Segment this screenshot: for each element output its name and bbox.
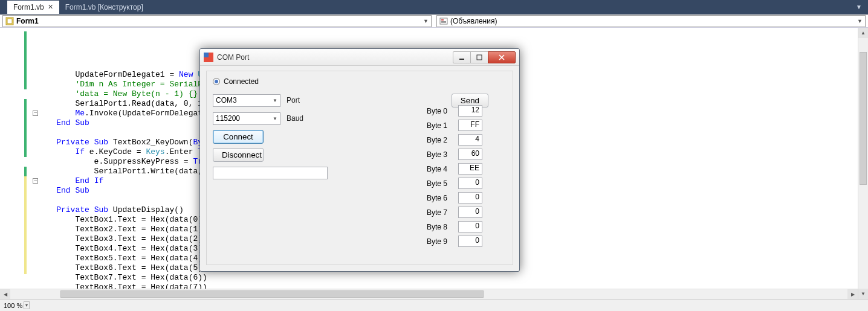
status-bar: 100 % ▾: [0, 299, 868, 311]
member-selector[interactable]: (Объявления) ▼: [436, 15, 866, 27]
close-icon[interactable]: ✕: [48, 3, 53, 11]
port-combo[interactable]: COM3 ▼: [213, 94, 280, 107]
byte-row-7: Byte 70: [427, 207, 482, 218]
byte-row-6: Byte 60: [427, 192, 482, 204]
byte-label: Byte 6: [427, 194, 453, 202]
scroll-down-icon[interactable]: ▼: [858, 289, 868, 299]
scrollbar-thumb[interactable]: [60, 290, 484, 298]
tab-form1-designer[interactable]: Form1.vb [Конструктор]: [59, 1, 149, 14]
radio-icon: [213, 78, 220, 85]
byte-output-column: Byte 012 Byte 1FF Byte 24 Byte 360 Byte …: [427, 105, 482, 247]
close-button[interactable]: [488, 51, 516, 63]
byte-label: Byte 4: [427, 165, 453, 173]
zoom-control[interactable]: 100 % ▾: [4, 301, 30, 309]
class-name: Form1: [16, 17, 39, 25]
svg-rect-3: [441, 19, 444, 21]
chevron-down-icon: ▼: [273, 98, 277, 103]
byte-row-5: Byte 50: [427, 178, 482, 189]
byte-label: Byte 5: [427, 179, 453, 188]
chevron-down-icon: ▼: [857, 18, 863, 24]
zoom-value: 100 %: [4, 302, 22, 309]
byte-label: Byte 1: [427, 121, 453, 130]
vertical-scrollbar[interactable]: ▲ ▼: [858, 28, 868, 299]
byte-value[interactable]: FF: [458, 120, 482, 131]
svg-rect-1: [7, 19, 12, 24]
byte-label: Byte 2: [427, 136, 453, 144]
byte-value[interactable]: 0: [458, 192, 482, 204]
scroll-up-icon[interactable]: ▲: [858, 28, 868, 38]
nav-bar: Form1 ▼ (Объявления) ▼: [0, 14, 868, 28]
class-icon: [5, 17, 14, 25]
chevron-down-icon[interactable]: ▾: [24, 301, 30, 309]
disconnect-button[interactable]: Disconnect: [213, 148, 264, 162]
titlebar[interactable]: COM Port: [200, 49, 519, 66]
port-label: Port: [287, 96, 300, 104]
svg-rect-7: [477, 55, 482, 60]
svg-rect-4: [441, 21, 446, 22]
maximize-button[interactable]: [470, 51, 488, 63]
connected-label: Connected: [224, 77, 259, 86]
horizontal-scrollbar[interactable]: ◀ ▶: [0, 289, 858, 299]
scrollbar-thumb[interactable]: [860, 52, 867, 185]
app-icon: [204, 53, 213, 62]
byte-label: Byte 8: [427, 223, 453, 231]
scroll-left-icon[interactable]: ◀: [0, 289, 10, 299]
byte-row-2: Byte 24: [427, 134, 482, 146]
byte-row-1: Byte 1FF: [427, 120, 482, 131]
window-title: COM Port: [217, 53, 453, 62]
svg-rect-5: [441, 22, 446, 23]
scroll-right-icon[interactable]: ▶: [847, 289, 858, 299]
port-value: COM3: [216, 96, 237, 104]
byte-value[interactable]: 0: [458, 178, 482, 189]
byte-label: Byte 3: [427, 150, 453, 159]
window-body: Connected COM3 ▼ Port Send 115200 ▼ Baud…: [206, 71, 513, 265]
tab-label: Form1.vb: [13, 3, 44, 11]
byte-row-8: Byte 80: [427, 221, 482, 232]
svg-rect-6: [459, 59, 464, 60]
byte-value[interactable]: 4: [458, 134, 482, 146]
byte-value[interactable]: 0: [458, 236, 482, 247]
byte-row-4: Byte 4EE: [427, 163, 482, 175]
declarations-icon: [439, 17, 448, 25]
command-input[interactable]: [213, 167, 328, 179]
byte-label: Byte 7: [427, 208, 453, 217]
byte-value[interactable]: 0: [458, 221, 482, 232]
chevron-down-icon: ▼: [273, 116, 277, 121]
tab-label: Form1.vb [Конструктор]: [65, 3, 143, 11]
document-tab-bar: Form1.vb ✕ Form1.vb [Конструктор] ▼: [0, 0, 868, 14]
byte-value[interactable]: 12: [458, 105, 482, 117]
byte-row-9: Byte 90: [427, 236, 482, 247]
byte-value[interactable]: 0: [458, 207, 482, 218]
member-name: (Объявления): [450, 17, 497, 25]
chevron-down-icon: ▼: [423, 18, 429, 24]
byte-value[interactable]: EE: [458, 163, 482, 175]
byte-label: Byte 0: [427, 107, 453, 115]
com-port-window: COM Port Connected COM3 ▼ Port Send 1152…: [199, 48, 520, 272]
byte-label: Byte 9: [427, 237, 453, 246]
minimize-button[interactable]: [453, 51, 471, 63]
baud-value: 115200: [216, 114, 240, 123]
connected-radio[interactable]: Connected: [213, 77, 507, 86]
class-selector[interactable]: Form1 ▼: [2, 15, 432, 27]
connect-button[interactable]: Connect: [213, 130, 264, 144]
tab-dropdown-icon[interactable]: ▼: [856, 4, 862, 10]
baud-label: Baud: [287, 114, 303, 123]
outline-collapse-icon[interactable]: −: [33, 111, 38, 116]
outline-collapse-icon[interactable]: −: [33, 178, 38, 184]
baud-combo[interactable]: 115200 ▼: [213, 112, 280, 125]
byte-value[interactable]: 60: [458, 149, 482, 160]
tab-form1-vb[interactable]: Form1.vb ✕: [7, 1, 59, 14]
byte-row-0: Byte 012: [427, 105, 482, 117]
byte-row-3: Byte 360: [427, 149, 482, 160]
